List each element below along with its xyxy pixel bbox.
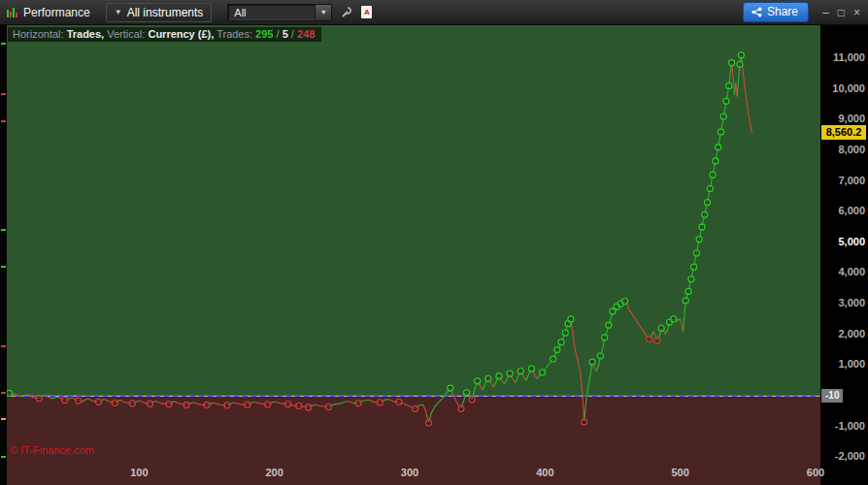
x-axis-label: 300 [393, 467, 426, 478]
share-button[interactable]: Share [743, 2, 809, 22]
wrench-icon [340, 6, 353, 19]
tools-button[interactable] [340, 6, 353, 19]
y-axis-label: 1,000 [822, 358, 865, 370]
x-axis-label: 400 [528, 467, 561, 478]
instruments-dropdown-label: All instruments [127, 6, 204, 19]
x-axis-label: 200 [258, 467, 291, 478]
x-axis-label: 100 [122, 467, 155, 478]
y-axis-label: 11,000 [822, 51, 865, 63]
trades-label: Trades: [217, 28, 252, 40]
current-value-tag: 8,560.2 [821, 125, 866, 140]
close-button[interactable]: × [853, 7, 860, 18]
left-strip-tick [1, 456, 6, 458]
y-axis-label: 7,000 [822, 175, 865, 186]
restore-button[interactable]: □ [838, 7, 845, 18]
performance-chart-icon [6, 6, 18, 18]
pdf-document-icon: A [361, 6, 372, 18]
y-axis: 11,00010,0009,0008,0007,0006,0005,0004,0… [820, 25, 868, 485]
y-axis-label: -2,000 [822, 450, 865, 462]
zero-line-tag: -10 [821, 389, 843, 403]
separator: / [291, 28, 294, 40]
performance-tab[interactable]: Performance [6, 6, 90, 19]
left-strip-tick [1, 345, 6, 347]
window-controls: – □ × [822, 7, 860, 18]
horizontal-value: Trades, [67, 28, 105, 40]
pdf-export-button[interactable]: A [361, 6, 372, 18]
y-axis-label: 5,000 [822, 236, 865, 247]
y-axis-label: 2,000 [822, 328, 865, 340]
performance-label: Performance [23, 6, 90, 19]
top-toolbar: Performance ▼ All instruments All ▼ A Sh… [0, 0, 868, 25]
chart-area: Horizontal: Trades, Vertical: Currency (… [0, 25, 868, 485]
y-axis-label: 8,000 [822, 144, 865, 155]
y-axis-label: 4,000 [822, 266, 865, 277]
separator: / [277, 28, 280, 40]
trading-app-window: { "toolbar": { "performance_label": "Per… [0, 0, 868, 485]
y-axis-label: 9,000 [822, 113, 865, 124]
pdf-icon-letter: A [364, 8, 370, 16]
neutral-trades-count: 5 [283, 28, 288, 40]
y-axis-label: 6,000 [822, 205, 865, 216]
performance-chart[interactable] [0, 25, 868, 485]
share-icon [751, 7, 762, 17]
losing-trades-count: 248 [297, 28, 315, 40]
left-strip-tick [1, 120, 6, 122]
filter-select-value: All [234, 7, 246, 18]
instruments-dropdown[interactable]: ▼ All instruments [106, 3, 213, 22]
winning-trades-count: 295 [255, 28, 273, 40]
y-axis-label: 10,000 [822, 82, 865, 94]
horizontal-label: Horizontal: [13, 28, 64, 40]
vertical-label: Vertical: [107, 28, 145, 40]
y-axis-label: -1,000 [822, 420, 865, 432]
chevron-down-icon: ▼ [115, 9, 122, 16]
x-axis-label: 500 [664, 467, 697, 478]
left-strip-tick [1, 392, 6, 394]
watermark: © IT-Finance.com [10, 444, 94, 456]
left-strip-tick [1, 418, 6, 420]
left-edge-panel [0, 25, 7, 485]
left-strip-tick [1, 43, 6, 45]
left-strip-tick [1, 266, 6, 268]
left-strip-tick [1, 229, 6, 231]
vertical-value: Currency (£), [148, 28, 214, 40]
chart-info-bar: Horizontal: Trades, Vertical: Currency (… [8, 27, 321, 42]
select-dropdown-arrow-icon[interactable]: ▼ [315, 5, 331, 20]
minimize-button[interactable]: – [822, 7, 829, 18]
y-axis-label: 3,000 [822, 297, 865, 308]
share-button-label: Share [767, 5, 798, 18]
filter-select[interactable]: All ▼ [227, 4, 332, 21]
left-strip-tick [1, 93, 6, 95]
